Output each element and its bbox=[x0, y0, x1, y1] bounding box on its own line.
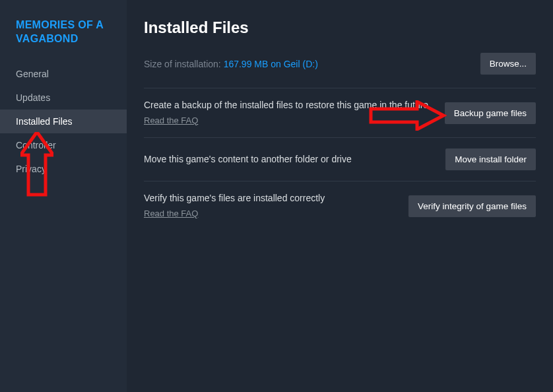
move-section: Move this game's content to another fold… bbox=[144, 137, 536, 181]
install-size-prefix: Size of installation: bbox=[144, 59, 224, 69]
sidebar-item-controller[interactable]: Controller bbox=[0, 133, 127, 157]
verify-faq-link[interactable]: Read the FAQ bbox=[144, 208, 198, 220]
page-title: Installed Files bbox=[144, 18, 536, 37]
sidebar-item-general[interactable]: General bbox=[0, 62, 127, 86]
sidebar-item-updates[interactable]: Updates bbox=[0, 86, 127, 110]
backup-section: Create a backup of the installed files t… bbox=[144, 88, 536, 137]
main-panel: Installed Files Size of installation: 16… bbox=[127, 0, 553, 392]
install-size-value: 167.99 MB on Geil (D:) bbox=[224, 59, 318, 69]
backup-text: Create a backup of the installed files t… bbox=[144, 100, 428, 110]
verify-section: Verify this game's files are installed c… bbox=[144, 181, 536, 230]
sidebar-item-privacy[interactable]: Privacy bbox=[0, 157, 127, 181]
verify-text: Verify this game's files are installed c… bbox=[144, 193, 325, 203]
install-size-label: Size of installation: 167.99 MB on Geil … bbox=[144, 59, 318, 69]
sidebar-item-installed-files[interactable]: Installed Files bbox=[0, 110, 127, 133]
move-text: Move this game's content to another fold… bbox=[144, 154, 352, 164]
verify-integrity-button[interactable]: Verify integrity of game files bbox=[408, 195, 536, 217]
backup-game-files-button[interactable]: Backup game files bbox=[445, 102, 536, 124]
sidebar: MEMORIES OF A VAGABOND General Updates I… bbox=[0, 0, 127, 392]
game-title: MEMORIES OF A VAGABOND bbox=[0, 18, 127, 62]
move-install-folder-button[interactable]: Move install folder bbox=[445, 148, 536, 170]
browse-button[interactable]: Browse... bbox=[480, 53, 536, 75]
backup-faq-link[interactable]: Read the FAQ bbox=[144, 115, 198, 127]
